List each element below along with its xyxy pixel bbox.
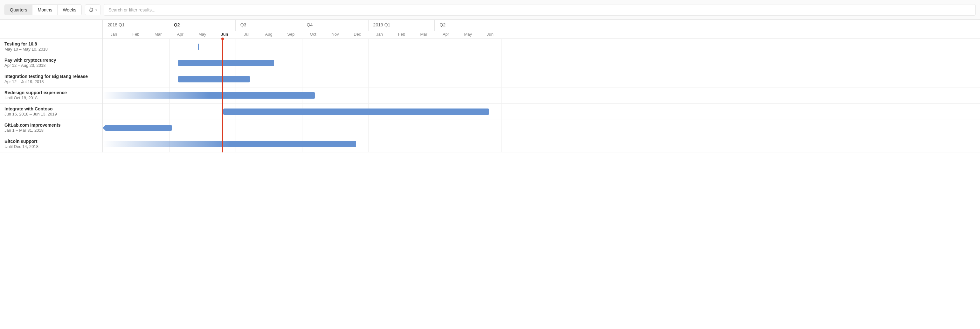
timeline-row — [103, 104, 980, 120]
roadmap-container: Testing for 10.8May 10 – May 10, 2018Pay… — [0, 20, 980, 152]
timeline-header: 2018 Q1Q2Q3Q42019 Q1Q2 JanFebMarAprMayJu… — [103, 20, 980, 39]
zoom-tab-label: Quarters — [10, 7, 27, 13]
month-header: May — [196, 32, 208, 37]
quarter-label: Q2 — [440, 22, 446, 27]
zoom-tab-label: Months — [38, 7, 52, 13]
epic-bar[interactable] — [103, 141, 356, 147]
epic-row[interactable]: Pay with cryptocurrencyApr 12 – Aug 23, … — [0, 55, 102, 71]
timeline-row — [103, 136, 980, 152]
month-header: Jun — [484, 32, 497, 37]
epic-dates: Until Oct 18, 2018 — [5, 96, 98, 100]
month-header: Feb — [395, 32, 408, 37]
quarter-label: 2019 Q1 — [373, 22, 390, 27]
month-header: Mar — [152, 32, 164, 37]
history-dropdown-button[interactable]: ▾ — [85, 5, 100, 15]
epic-title: GitLab.com improvements — [5, 123, 98, 128]
timeline-row — [103, 55, 980, 71]
epic-bar[interactable] — [198, 43, 199, 50]
quarter-header: Q2 — [169, 20, 235, 31]
quarter-header: 2018 Q1 — [103, 20, 169, 31]
zoom-tab-label: Weeks — [63, 7, 76, 13]
epic-dates: Jun 15, 2018 – Jun 13, 2019 — [5, 112, 98, 117]
epic-bar[interactable] — [223, 109, 489, 115]
month-header: Jul — [240, 32, 253, 37]
epic-bar[interactable] — [103, 92, 315, 99]
epic-dates: Until Dec 14, 2018 — [5, 144, 98, 149]
today-dot — [221, 38, 224, 40]
epic-title: Pay with cryptocurrency — [5, 57, 98, 63]
epic-bar[interactable] — [178, 60, 274, 66]
quarter-header: Q3 — [235, 20, 302, 31]
quarter-header: Q4 — [302, 20, 369, 31]
epic-dates: Apr 12 – Jul 19, 2018 — [5, 79, 98, 84]
month-header: Jan — [373, 32, 386, 37]
today-indicator — [222, 39, 223, 152]
chevron-down-icon: ▾ — [95, 8, 97, 12]
month-header: May — [462, 32, 474, 37]
zoom-level-tabs: QuartersMonthsWeeks — [5, 5, 82, 15]
search-input[interactable] — [103, 4, 975, 16]
epic-bar[interactable] — [106, 125, 172, 131]
epic-bar[interactable] — [178, 76, 250, 82]
epic-row[interactable]: Integrate with ContosoJun 15, 2018 – Jun… — [0, 104, 102, 120]
timeline-row — [103, 39, 980, 55]
zoom-tab-months[interactable]: Months — [32, 5, 57, 15]
timeline-row — [103, 88, 980, 104]
timeline-area: 2018 Q1Q2Q3Q42019 Q1Q2 JanFebMarAprMayJu… — [103, 20, 980, 152]
month-header: Feb — [129, 32, 142, 37]
quarter-label: Q4 — [307, 22, 313, 27]
epic-dates: May 10 – May 10, 2018 — [5, 47, 98, 51]
month-header: Apr — [439, 32, 452, 37]
quarter-header: 2019 Q1 — [369, 20, 435, 31]
timeline-row — [103, 71, 980, 88]
month-header: Jun — [218, 32, 231, 37]
epic-title: Integration testing for Big Bang release — [5, 74, 98, 79]
epic-title: Bitcoin support — [5, 139, 98, 144]
epic-dates: Apr 12 – Aug 23, 2018 — [5, 63, 98, 68]
quarter-label: 2018 Q1 — [108, 22, 125, 27]
month-header: Mar — [417, 32, 430, 37]
epic-title: Redesign support experience — [5, 90, 98, 95]
epic-title: Testing for 10.8 — [5, 42, 98, 46]
epic-dates: Jan 1 – Mar 31, 2018 — [5, 128, 98, 133]
month-header: Dec — [351, 32, 364, 37]
epic-sidebar: Testing for 10.8May 10 – May 10, 2018Pay… — [0, 20, 103, 152]
quarter-label: Q3 — [240, 22, 247, 27]
month-header: Aug — [262, 32, 275, 37]
month-header: Oct — [307, 32, 320, 37]
month-header: Apr — [174, 32, 187, 37]
month-header: Jan — [108, 32, 120, 37]
zoom-tab-weeks[interactable]: Weeks — [57, 5, 81, 15]
epic-row[interactable]: Testing for 10.8May 10 – May 10, 2018 — [0, 39, 102, 55]
epic-row[interactable]: Integration testing for Big Bang release… — [0, 71, 102, 88]
epic-row[interactable]: GitLab.com improvementsJan 1 – Mar 31, 2… — [0, 120, 102, 136]
zoom-tab-quarters[interactable]: Quarters — [5, 5, 32, 15]
month-header: Sep — [285, 32, 297, 37]
epic-title: Integrate with Contoso — [5, 106, 98, 111]
quarter-label: Q2 — [174, 22, 180, 27]
epic-row[interactable]: Redesign support experienceUntil Oct 18,… — [0, 88, 102, 104]
epic-row[interactable]: Bitcoin supportUntil Dec 14, 2018 — [0, 136, 102, 152]
sidebar-header-spacer — [0, 20, 102, 39]
quarter-header: Q2 — [435, 20, 501, 31]
history-icon — [88, 7, 94, 13]
month-header: Nov — [329, 32, 342, 37]
timeline-row — [103, 120, 980, 136]
toolbar: QuartersMonthsWeeks ▾ — [0, 0, 980, 20]
